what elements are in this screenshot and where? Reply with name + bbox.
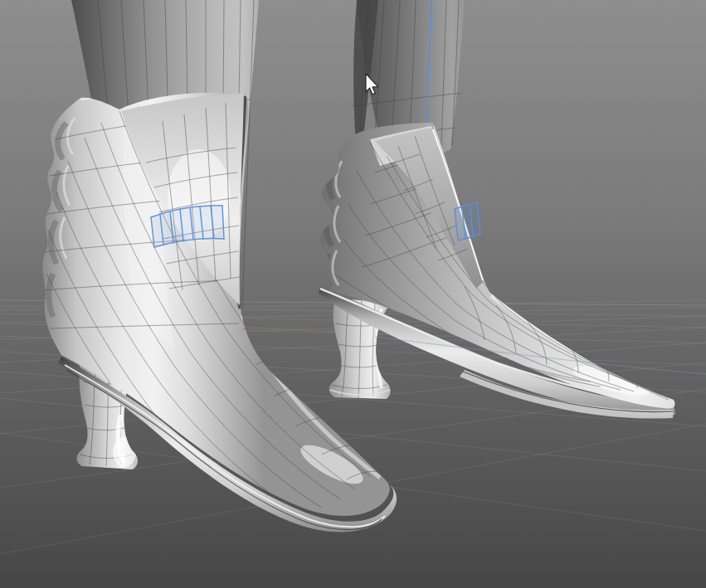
right-boot[interactable] xyxy=(319,123,675,419)
viewport-3d[interactable] xyxy=(0,0,706,588)
right-ankle-selected-edges[interactable] xyxy=(455,202,480,241)
